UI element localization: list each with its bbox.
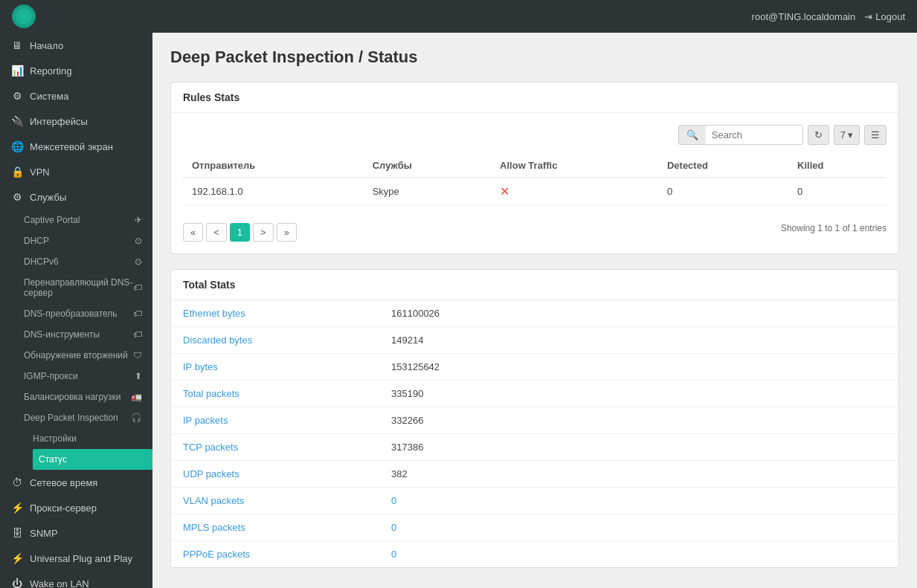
- stats-row: TCP packets317386: [171, 434, 898, 461]
- total-stats-body: Ethernet bytes161100026Discarded bytes14…: [171, 300, 898, 567]
- stats-label: UDP packets: [171, 461, 379, 488]
- refresh-button[interactable]: ↻: [808, 125, 829, 145]
- services-icon: ⚙: [10, 191, 24, 203]
- system-icon: ⚙: [10, 90, 24, 102]
- logout-button[interactable]: ⇥ Logout: [864, 11, 905, 22]
- per-page-button[interactable]: 7 ▾: [834, 125, 860, 145]
- sidebar: 🖥 Начало 📊 Reporting ⚙ Система 🔌 Интерфе…: [0, 33, 152, 588]
- col-allow-traffic: Allow Traffic: [491, 154, 658, 178]
- stats-value: 153125642: [379, 354, 898, 381]
- sidebar-item-firewall[interactable]: 🌐 Межсетевой экран: [0, 134, 152, 159]
- cell-detected: 0: [658, 178, 788, 205]
- stats-label: VLAN packets: [171, 488, 379, 514]
- sidebar-item-dns-converter[interactable]: DNS-преобразователь 🏷: [24, 303, 152, 324]
- sidebar-item-upnp[interactable]: ⚡ Universal Plug and Play: [0, 546, 152, 571]
- stats-value: 0: [379, 488, 898, 514]
- sidebar-item-home[interactable]: 🖥 Начало: [0, 33, 152, 58]
- pagination-row: « < 1 > » Showing 1 to 1 of 1 entries: [183, 214, 887, 242]
- forwarding-dns-icon: 🏷: [133, 282, 142, 293]
- stats-label: MPLS packets: [171, 514, 379, 541]
- search-button[interactable]: 🔍: [679, 126, 706, 144]
- page-next-button[interactable]: >: [253, 223, 274, 242]
- search-input[interactable]: [706, 126, 802, 144]
- page-prev-button[interactable]: <: [206, 223, 227, 242]
- sidebar-item-reporting[interactable]: 📊 Reporting: [0, 58, 152, 83]
- dhcp-icon: ⊙: [135, 236, 142, 246]
- page-current-button[interactable]: 1: [230, 223, 250, 242]
- sidebar-item-system[interactable]: ⚙ Система: [0, 83, 152, 109]
- stats-label: Discarded bytes: [171, 327, 379, 354]
- sidebar-item-dpi-settings[interactable]: Настройки: [33, 428, 152, 449]
- topbar: root@TING.localdomain ⇥ Logout: [0, 0, 917, 33]
- sidebar-item-intrusion[interactable]: Обнаружение вторжений 🛡: [24, 345, 152, 366]
- stats-table-body: Ethernet bytes161100026Discarded bytes14…: [171, 300, 898, 567]
- sidebar-item-snmp[interactable]: 🗄 SNMP: [0, 520, 152, 546]
- sidebar-item-services[interactable]: ⚙ Службы: [0, 184, 152, 210]
- stats-row: IP packets332266: [171, 407, 898, 434]
- sidebar-item-vpn[interactable]: 🔒 VPN: [0, 159, 152, 184]
- reporting-icon: 📊: [10, 65, 24, 77]
- igmp-icon: ⬆: [135, 371, 142, 381]
- cell-service: Skype: [364, 178, 491, 205]
- col-sender: Отправитель: [183, 154, 364, 178]
- sidebar-item-dns-tools[interactable]: DNS-инструменты 🏷: [24, 324, 152, 345]
- stats-label: Ethernet bytes: [171, 300, 379, 327]
- sidebar-item-dhcp[interactable]: DHCP ⊙: [24, 230, 152, 251]
- stats-row: IP bytes153125642: [171, 354, 898, 381]
- page-last-button[interactable]: »: [277, 223, 297, 242]
- sidebar-item-network-time[interactable]: ⏱ Сетевое время: [0, 470, 152, 495]
- sidebar-item-dpi[interactable]: Deep Packet Inspection 🎧: [24, 407, 152, 428]
- sidebar-item-dpi-status[interactable]: Статус: [33, 449, 152, 470]
- sidebar-item-wol[interactable]: ⏻ Wake on LAN: [0, 571, 152, 588]
- stats-row: PPPoE packets0: [171, 541, 898, 568]
- stats-label: PPPoE packets: [171, 541, 379, 568]
- dns-converter-icon: 🏷: [133, 308, 142, 319]
- dpi-submenu: Настройки Статус: [24, 428, 152, 470]
- col-services: Службы: [364, 154, 491, 178]
- sidebar-item-balancer[interactable]: Балансировка нагрузки 🚛: [24, 387, 152, 407]
- interfaces-icon: 🔌: [10, 115, 24, 127]
- snmp-icon: 🗄: [10, 527, 24, 539]
- layout: 🖥 Начало 📊 Reporting ⚙ Система 🔌 Интерфе…: [0, 33, 917, 588]
- captive-portal-icon: ✈: [135, 215, 142, 225]
- main-content: Deep Packet Inspection / Status Rules St…: [152, 33, 917, 588]
- proxy-icon: ⚡: [10, 502, 24, 514]
- stats-row: Ethernet bytes161100026: [171, 300, 898, 327]
- sidebar-item-interfaces[interactable]: 🔌 Интерфейсы: [0, 109, 152, 134]
- stats-value: 149214: [379, 327, 898, 354]
- network-time-icon: ⏱: [10, 476, 24, 488]
- stats-label: TCP packets: [171, 434, 379, 461]
- dns-tools-icon: 🏷: [133, 329, 142, 340]
- firewall-icon: 🌐: [10, 140, 24, 152]
- columns-button[interactable]: ☰: [864, 125, 887, 145]
- stats-row: MPLS packets0: [171, 514, 898, 541]
- stats-value: 332266: [379, 407, 898, 434]
- sidebar-item-forwarding-dns[interactable]: Перенаправляющий DNS-сервер 🏷: [24, 272, 152, 303]
- sidebar-item-igmp[interactable]: IGMP-прокси ⬆: [24, 366, 152, 387]
- sidebar-item-dhcpv6[interactable]: DHCPv6 ⊙: [24, 251, 152, 272]
- stats-value: 317386: [379, 434, 898, 461]
- logo-icon: [12, 4, 36, 28]
- rules-stats-card: Rules Stats 🔍 ↻ 7 ▾ ☰: [170, 82, 899, 254]
- stats-value: 0: [379, 541, 898, 568]
- dhcpv6-icon: ⊙: [135, 256, 142, 267]
- cell-sender: 192.168.1.0: [183, 178, 364, 205]
- services-submenu: Captive Portal ✈ DHCP ⊙ DHCPv6 ⊙ Перенап…: [0, 210, 152, 470]
- page-first-button[interactable]: «: [183, 223, 203, 242]
- rules-table: Отправитель Службы Allow Traffic Detecte…: [183, 154, 887, 205]
- col-detected: Detected: [658, 154, 788, 178]
- stats-value: 382: [379, 461, 898, 488]
- stats-label: IP bytes: [171, 354, 379, 381]
- rules-stats-header: Rules Stats: [171, 83, 898, 113]
- stats-value: 161100026: [379, 300, 898, 327]
- table-row: 192.168.1.0 Skype ✕ 0 0: [183, 178, 887, 205]
- sidebar-item-proxy[interactable]: ⚡ Прокси-сервер: [0, 495, 152, 520]
- sidebar-item-captive-portal[interactable]: Captive Portal ✈: [24, 210, 152, 230]
- stats-row: VLAN packets0: [171, 488, 898, 514]
- stats-row: Total packets335190: [171, 381, 898, 407]
- vpn-icon: 🔒: [10, 166, 24, 178]
- search-box: 🔍: [678, 125, 803, 145]
- page-title: Deep Packet Inspection / Status: [170, 48, 899, 67]
- stats-table: Ethernet bytes161100026Discarded bytes14…: [171, 300, 898, 567]
- intrusion-icon: 🛡: [133, 350, 142, 361]
